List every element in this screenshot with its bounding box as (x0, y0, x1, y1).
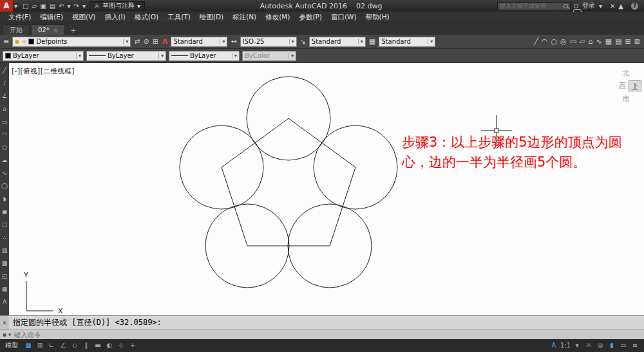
save-icon[interactable]: ▣ (40, 3, 46, 10)
annotation-visibility-icon[interactable]: A (549, 340, 559, 351)
table-style-icon[interactable]: ▦ (368, 37, 376, 46)
insert-block-icon[interactable]: ▣ (2, 207, 8, 218)
layer-freeze-icon[interactable]: ⊞ (153, 37, 158, 46)
circle-icon[interactable]: ○ (2, 142, 7, 153)
spline-icon[interactable]: ∿ (2, 168, 7, 179)
grid-toggle-icon[interactable]: ▦ (23, 340, 33, 351)
linetype-combo[interactable]: ByLayer ▾ (86, 51, 166, 61)
new-file-icon[interactable]: □ (23, 3, 28, 10)
graphics-performance-icon[interactable]: ▮ (607, 340, 617, 351)
menu-modify[interactable]: 修改(M) (261, 12, 294, 23)
menu-draw[interactable]: 绘图(D) (195, 12, 228, 23)
signin-caret-icon[interactable]: ▾ (599, 3, 602, 10)
line-icon[interactable]: ╱ (3, 65, 6, 76)
layer-combo[interactable]: ● ☼ Defpoints ▾ (12, 37, 131, 47)
donut-tool-icon[interactable]: ◎ (560, 37, 567, 46)
color-combo[interactable]: ByLayer ▾ (3, 51, 84, 61)
arc-icon[interactable]: ◠ (2, 129, 7, 140)
polar-toggle-icon[interactable]: ∠ (58, 340, 68, 351)
snap-toggle-icon[interactable]: ⊞ (35, 340, 45, 351)
search-icon[interactable] (564, 4, 568, 8)
osnap-toggle-icon[interactable]: ◇ (70, 340, 80, 351)
customize-command-icon[interactable]: ▪ (3, 331, 6, 338)
spline-tool-icon[interactable]: ∿ (596, 37, 602, 46)
mtext-icon[interactable]: A (3, 297, 6, 308)
undo-icon[interactable]: ↶ (59, 3, 64, 10)
workspace-switch-icon[interactable]: ☼ (583, 340, 594, 351)
parallelogram-tool-icon[interactable]: ▱ (580, 37, 585, 46)
compass-south-label[interactable]: 南 (611, 94, 641, 104)
menu-dimension[interactable]: 标注(N) (228, 12, 261, 23)
menu-edit[interactable]: 编辑(E) (35, 12, 68, 23)
table-icon[interactable]: ▦ (2, 284, 8, 295)
command-close-icon[interactable]: × (0, 316, 9, 329)
gradient-icon[interactable]: ▩ (2, 258, 8, 269)
tab-document[interactable]: 02* × (31, 24, 65, 35)
polygon-icon[interactable]: ⌂ (3, 104, 6, 115)
view-compass[interactable]: 北 西 上 南 (611, 68, 641, 104)
compass-north-label[interactable]: 北 (611, 68, 641, 78)
help-search-input[interactable] (500, 3, 562, 9)
menu-format[interactable]: 格式(O) (130, 12, 163, 23)
redo-caret-icon[interactable]: ▾ (82, 3, 86, 10)
tab-start[interactable]: 开始 (3, 24, 30, 35)
plot-icon[interactable]: ▤ (50, 3, 55, 10)
viewport-controls[interactable]: [-][俯视][二维线框] (12, 67, 75, 76)
selection-cycling-icon[interactable]: ⊹ (116, 340, 126, 351)
polygon-tool-icon[interactable]: ⌂ (589, 37, 593, 46)
ortho-toggle-icon[interactable]: ∟ (46, 340, 57, 351)
clean-screen-icon[interactable]: ▭ (618, 340, 629, 351)
circle-tool-icon[interactable]: ○ (551, 37, 557, 46)
menu-view[interactable]: 视图(V) (68, 12, 100, 23)
menu-window[interactable]: 窗口(W) (327, 12, 361, 23)
help-search-box[interactable] (497, 2, 571, 10)
plotstyle-combo[interactable]: ByColor ▾ (242, 51, 296, 61)
command-input[interactable] (14, 331, 644, 338)
table-tool-icon[interactable]: ▦ (605, 37, 612, 46)
block-tool-icon[interactable]: ⊠ (634, 37, 640, 46)
region-icon[interactable]: ◱ (2, 271, 8, 282)
hatch-tool-icon[interactable]: ▤ (615, 37, 621, 46)
recent-commands-icon[interactable]: ▾ (8, 331, 12, 338)
new-tab-button[interactable]: + (66, 26, 80, 35)
scale-caret-icon[interactable]: ▾ (572, 340, 582, 351)
layer-isolate-icon[interactable]: ⊘ (143, 37, 149, 46)
exchange-icon[interactable]: ✕ (610, 3, 615, 10)
rectangle-icon[interactable]: ▭ (2, 116, 8, 127)
menu-tools[interactable]: 工具(T) (163, 12, 195, 23)
text-style-icon[interactable]: A (162, 37, 169, 46)
redo-icon[interactable]: ↷ (74, 3, 79, 10)
autocad-logo-icon[interactable]: A (0, 0, 13, 12)
menu-help[interactable]: 帮助(H) (361, 12, 394, 23)
user-account-icon[interactable] (574, 4, 578, 8)
text-style-combo[interactable]: Standard ▾ (171, 37, 227, 47)
help-icon[interactable]: ? (631, 3, 638, 10)
layer-states-icon[interactable]: ⇄ (134, 37, 140, 46)
mleader-style-combo[interactable]: Standard ▾ (309, 37, 366, 47)
isolate-objects-icon[interactable]: ◎ (595, 340, 605, 351)
signin-label[interactable]: 登录 (582, 1, 595, 10)
rectangle-tool-icon[interactable]: ▭ (570, 37, 576, 46)
open-folder-icon[interactable]: ▱ (32, 3, 37, 10)
revision-cloud-icon[interactable]: ☁ (2, 155, 8, 166)
menu-insert[interactable]: 插入(I) (100, 12, 129, 23)
drawing-svg[interactable]: YX (9, 63, 644, 315)
dynamic-input-icon[interactable]: + (128, 340, 138, 351)
menu-parametric[interactable]: 参数(P) (294, 12, 327, 23)
mleader-style-icon[interactable]: ↘ (299, 37, 307, 46)
undo-caret-icon[interactable]: ▾ (67, 3, 70, 10)
annotation-scale-icon[interactable]: 1:1 (560, 340, 571, 351)
dim-style-icon[interactable]: ↔ (230, 37, 237, 46)
polyline-icon[interactable]: ∠ (2, 91, 7, 102)
menu-file[interactable]: 文件(F) (4, 12, 35, 23)
compass-up-button[interactable]: 上 (629, 80, 641, 91)
line-tool-icon[interactable]: ╱ (534, 37, 538, 46)
ellipse-arc-icon[interactable]: ◗ (3, 194, 6, 205)
cloud-icon[interactable]: ▲ (618, 3, 623, 10)
lineweight-combo[interactable]: ByLayer ▾ (169, 51, 240, 61)
drawing-canvas[interactable]: YX [-][俯视][二维线框] 步骤3：以上步骤的5边形的顶点为圆心，边的一半… (9, 63, 644, 315)
customization-icon[interactable]: ≡ (630, 340, 640, 351)
create-block-icon[interactable]: ▢ (2, 219, 8, 230)
compass-west-label[interactable]: 西 (619, 81, 626, 91)
arc-tool-icon[interactable]: ◠ (542, 37, 548, 46)
